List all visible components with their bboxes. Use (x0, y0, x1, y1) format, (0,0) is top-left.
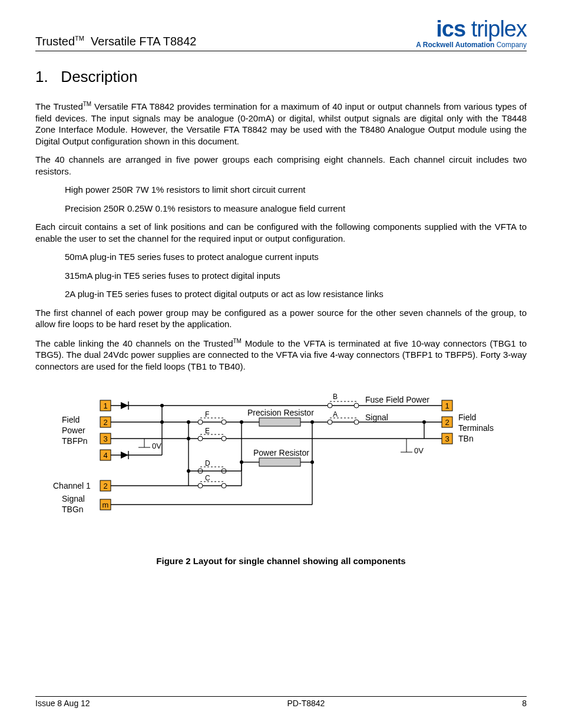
logo: ics triplex A Rockwell Automation Compan… (416, 18, 527, 48)
svg-point-86 (222, 483, 226, 488)
svg-text:3: 3 (445, 434, 449, 443)
svg-marker-66 (121, 452, 128, 459)
svg-text:Field: Field (62, 415, 80, 424)
svg-point-48 (354, 420, 359, 424)
header-product: TrustedTM Versatile FTA T8842 (35, 35, 196, 48)
para-4: The first channel of each power group ma… (35, 307, 527, 330)
svg-text:TBn: TBn (458, 434, 474, 443)
svg-text:Fuse Field Power: Fuse Field Power (365, 395, 429, 404)
svg-text:Signal: Signal (62, 494, 85, 503)
svg-text:2: 2 (445, 418, 449, 427)
svg-marker-28 (121, 402, 128, 409)
para-2: The 40 channels are arranged in five pow… (35, 154, 527, 177)
svg-rect-78 (259, 458, 300, 466)
figure-2: 1 2 3 4 Field Power TBFPn Channel 1 2 Si… (35, 388, 527, 566)
svg-point-32 (354, 403, 359, 408)
svg-text:1: 1 (103, 401, 107, 410)
circuit-diagram: 1 2 3 4 Field Power TBFPn Channel 1 2 Si… (35, 388, 524, 542)
bullet-2: Precision 250R 0.25W 0.1% resistors to m… (65, 203, 527, 215)
logo-sub-bold: A Rockwell Automation (416, 41, 494, 49)
section-title: Description (61, 68, 137, 85)
svg-text:F: F (205, 410, 209, 419)
para-1a: The Trusted (35, 101, 83, 111)
svg-text:4: 4 (103, 451, 107, 460)
svg-point-39 (198, 420, 203, 424)
logo-sub-rest: Company (494, 41, 527, 49)
svg-point-58 (198, 436, 203, 441)
svg-text:B: B (333, 393, 338, 401)
terminal-group-left: 1 2 3 4 (100, 400, 111, 460)
para-5: The cable linking the 40 channels on the… (35, 337, 527, 373)
svg-text:2: 2 (103, 482, 107, 490)
footer-left: Issue 8 Aug 12 (35, 699, 90, 708)
bullet-3: 50mA plug-in TE5 series fuses to protect… (65, 251, 527, 263)
logo-ics: ics (436, 17, 465, 41)
footer-center: PD-T8842 (287, 699, 325, 708)
tm-inline-2: TM (233, 338, 241, 344)
logo-triplex: triplex (465, 17, 527, 41)
svg-text:E: E (205, 427, 210, 435)
svg-point-85 (198, 483, 203, 488)
body-content: The TrustedTM Versatile FTA T8842 provid… (35, 100, 527, 372)
svg-text:2: 2 (103, 418, 107, 427)
section-number: 1. (35, 68, 48, 85)
svg-text:TBGn: TBGn (62, 505, 84, 514)
svg-text:D: D (205, 459, 210, 467)
para-5a: The cable linking the 40 channels on the… (35, 338, 233, 348)
svg-point-59 (222, 436, 226, 441)
svg-text:C: C (205, 474, 210, 482)
svg-text:A: A (333, 410, 338, 419)
svg-text:Power Resistor: Power Resistor (253, 448, 309, 457)
svg-point-31 (328, 403, 332, 408)
logo-sub: A Rockwell Automation Company (416, 41, 527, 48)
bullet-1: High power 250R 7W 1% resistors to limit… (65, 184, 527, 196)
svg-text:m: m (103, 500, 109, 509)
svg-text:Signal: Signal (365, 413, 388, 422)
svg-text:1: 1 (445, 401, 449, 410)
svg-text:Terminals: Terminals (458, 423, 494, 433)
bullet-5: 2A plug-in TE5 series fuses to protect d… (65, 288, 527, 300)
product-name: Versatile FTA T8842 (91, 35, 196, 48)
page-footer: Issue 8 Aug 12 PD-T8842 8 (35, 696, 527, 708)
para-1: The TrustedTM Versatile FTA T8842 provid… (35, 100, 527, 147)
svg-text:TBFPn: TBFPn (62, 436, 88, 446)
svg-text:0V: 0V (414, 446, 424, 455)
svg-text:Field: Field (458, 413, 476, 422)
section-heading: 1. Description (35, 68, 527, 86)
para-1b: Versatile FTA T8842 provides termination… (35, 101, 527, 146)
product-line: Trusted (35, 35, 75, 48)
svg-text:0V: 0V (152, 442, 161, 450)
bullet-4: 315mA plug-in TE5 series fuses to protec… (65, 270, 527, 282)
footer-right: 8 (522, 699, 527, 708)
logo-main: ics triplex (416, 18, 527, 40)
page-header: TrustedTM Versatile FTA T8842 ics triple… (35, 18, 527, 51)
figure-caption: Figure 2 Layout for single channel showi… (35, 556, 527, 566)
tm-inline: TM (83, 101, 91, 107)
svg-point-40 (222, 420, 226, 424)
para-3: Each circuit contains a set of link posi… (35, 221, 527, 244)
svg-rect-44 (259, 418, 300, 426)
svg-text:Channel 1: Channel 1 (53, 481, 91, 490)
trademark: TM (75, 35, 84, 42)
svg-text:Power: Power (62, 426, 85, 435)
svg-text:3: 3 (103, 434, 107, 443)
svg-point-81 (310, 460, 314, 464)
svg-point-47 (328, 420, 332, 424)
svg-text:Precision Resistor: Precision Resistor (247, 408, 314, 417)
